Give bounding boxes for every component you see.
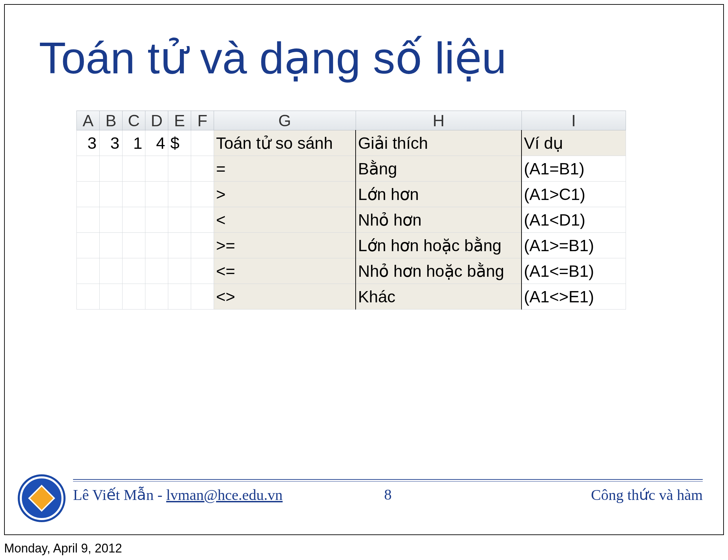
cell-A (77, 207, 100, 233)
table-row: >=Lớn hơn hoặc bằng(A1>=B1) (77, 233, 626, 258)
cell-I: (A1=B1) (522, 156, 626, 182)
cell-H: Khác (356, 284, 522, 310)
cell-B (100, 156, 123, 182)
cell-E (168, 207, 191, 233)
cell-D (145, 156, 168, 182)
cell-F (191, 284, 214, 310)
col-header-I: I (522, 111, 626, 130)
footer-page-number: 8 (384, 486, 392, 503)
cell-H: Nhỏ hơn hoặc bằng (356, 258, 522, 284)
col-header-F: F (191, 111, 214, 130)
cell-H: Bằng (356, 156, 522, 182)
cell-B (100, 258, 123, 284)
cell-I: (A1<D1) (522, 207, 626, 233)
cell-B (100, 207, 123, 233)
cell-G: Toán tử so sánh (214, 130, 356, 156)
cell-G: <= (214, 258, 356, 284)
cell-D (145, 182, 168, 207)
col-header-B: B (100, 111, 123, 130)
slide-title: Toán tử và dạng số liệu (39, 32, 506, 84)
cell-G: < (214, 207, 356, 233)
table-row: 3314$Toán tử so sánhGiải thíchVí dụ (77, 130, 626, 156)
col-header-C: C (123, 111, 145, 130)
column-header-row: A B C D E F G H I (77, 111, 626, 130)
footer-topic: Công thức và hàm (591, 486, 703, 504)
cell-C: 1 (123, 130, 145, 156)
cell-C (123, 284, 145, 310)
spreadsheet-table: A B C D E F G H I 3314$Toán tử so sánhGi… (76, 111, 626, 310)
cell-D (145, 258, 168, 284)
table-row: <=Nhỏ hơn hoặc bằng(A1<=B1) (77, 258, 626, 284)
cell-E (168, 182, 191, 207)
col-header-E: E (168, 111, 191, 130)
slide-footer: Lê Viết Mẫn - lvman@hce.edu.vn 8 Công th… (73, 479, 703, 517)
cell-A: 3 (77, 130, 100, 156)
cell-D (145, 284, 168, 310)
cell-E (168, 233, 191, 258)
cell-G: <> (214, 284, 356, 310)
cell-A (77, 284, 100, 310)
cell-I: (A1>=B1) (522, 233, 626, 258)
table-row: <>Khác(A1<>E1) (77, 284, 626, 310)
cell-F (191, 233, 214, 258)
cell-B (100, 182, 123, 207)
cell-F (191, 207, 214, 233)
print-date: Monday, April 9, 2012 (4, 541, 122, 556)
col-header-D: D (145, 111, 168, 130)
cell-I: (A1>C1) (522, 182, 626, 207)
footer-rule-bottom (73, 481, 703, 482)
col-header-H: H (356, 111, 522, 130)
cell-A (77, 182, 100, 207)
cell-F (191, 258, 214, 284)
cell-E: $ (168, 130, 191, 156)
cell-F (191, 130, 214, 156)
table-row: >Lớn hơn(A1>C1) (77, 182, 626, 207)
cell-A (77, 233, 100, 258)
cell-A (77, 258, 100, 284)
university-logo (18, 474, 66, 522)
col-header-G: G (214, 111, 356, 130)
author-name: Lê Viết Mẫn - (73, 487, 166, 503)
cell-G: >= (214, 233, 356, 258)
cell-I: (A1<=B1) (522, 258, 626, 284)
cell-B: 3 (100, 130, 123, 156)
cell-B (100, 284, 123, 310)
footer-author: Lê Viết Mẫn - lvman@hce.edu.vn (73, 486, 283, 504)
slide: Toán tử và dạng số liệu A B C D E F G H … (4, 4, 724, 535)
cell-H: Lớn hơn hoặc bằng (356, 233, 522, 258)
table-row: <Nhỏ hơn(A1<D1) (77, 207, 626, 233)
table-row: =Bằng(A1=B1) (77, 156, 626, 182)
cell-I: Ví dụ (522, 130, 626, 156)
cell-E (168, 284, 191, 310)
cell-B (100, 233, 123, 258)
cell-E (168, 156, 191, 182)
cell-D: 4 (145, 130, 168, 156)
cell-D (145, 233, 168, 258)
cell-G: > (214, 182, 356, 207)
cell-C (123, 207, 145, 233)
cell-C (123, 156, 145, 182)
cell-H: Lớn hơn (356, 182, 522, 207)
cell-G: = (214, 156, 356, 182)
cell-C (123, 258, 145, 284)
cell-F (191, 156, 214, 182)
footer-rule-top (73, 479, 703, 480)
cell-E (168, 258, 191, 284)
cell-H: Giải thích (356, 130, 522, 156)
cell-C (123, 233, 145, 258)
cell-F (191, 182, 214, 207)
col-header-A: A (77, 111, 100, 130)
cell-H: Nhỏ hơn (356, 207, 522, 233)
cell-A (77, 156, 100, 182)
cell-I: (A1<>E1) (522, 284, 626, 310)
cell-C (123, 182, 145, 207)
author-email-link[interactable]: lvman@hce.edu.vn (166, 487, 283, 503)
cell-D (145, 207, 168, 233)
